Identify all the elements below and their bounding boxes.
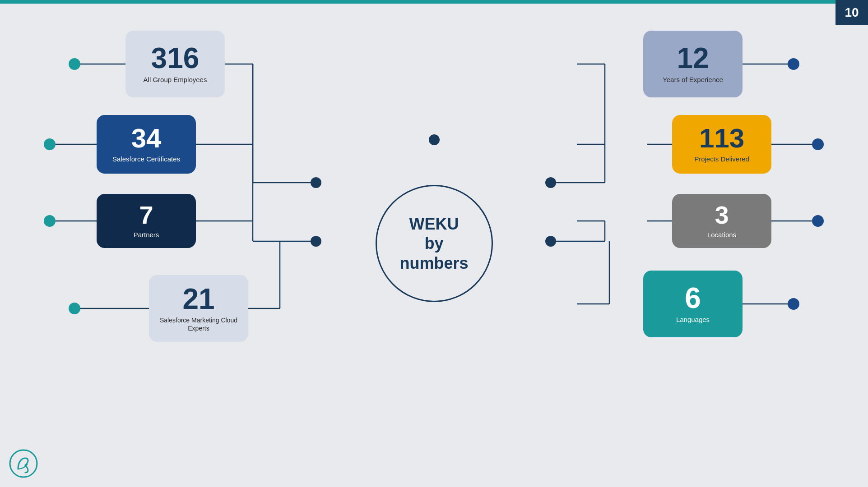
languages-number: 6 [685,284,701,312]
experience-label: Years of Experience [663,75,723,84]
partners-number: 7 [139,202,153,228]
svg-point-42 [545,236,556,247]
marketing-label: Salesforce Marketing Cloud Experts [158,316,239,332]
experience-number: 12 [677,44,709,73]
employees-label: All Group Employees [144,75,207,84]
card-locations: 3 Locations [672,194,771,248]
top-bar [0,0,868,4]
svg-point-43 [10,450,37,477]
languages-label: Languages [676,315,710,324]
employees-number: 316 [151,44,200,73]
card-certificates: 34 Salesforce Certificates [97,115,196,174]
card-languages: 6 Languages [643,271,743,337]
svg-point-2 [44,215,56,227]
center-circle: WEKU by numbers [376,185,493,302]
certificates-number: 34 [131,125,162,152]
projects-label: Projects Delivered [694,155,749,164]
svg-point-37 [311,177,321,188]
center-title: WEKU by numbers [399,214,468,273]
projects-number: 113 [699,125,744,152]
svg-point-39 [429,134,440,145]
svg-point-7 [788,298,799,310]
partners-label: Partners [134,230,159,239]
logo-icon [9,449,38,478]
card-partners: 7 Partners [97,194,196,248]
certificates-label: Salesforce Certificates [112,155,180,164]
svg-point-38 [311,236,321,247]
svg-point-6 [812,215,824,227]
marketing-number: 21 [182,285,214,313]
card-experience: 12 Years of Experience [643,31,743,97]
card-employees: 316 All Group Employees [125,31,225,97]
card-projects: 113 Projects Delivered [672,115,771,174]
locations-number: 3 [715,202,729,228]
svg-point-3 [69,303,80,314]
svg-point-5 [812,138,824,150]
page-number: 10 [836,0,868,25]
card-marketing: 21 Salesforce Marketing Cloud Experts [149,275,248,342]
svg-point-0 [69,58,80,70]
svg-point-41 [545,177,556,188]
svg-point-1 [44,138,56,150]
svg-point-4 [788,58,799,70]
locations-label: Locations [707,230,736,239]
